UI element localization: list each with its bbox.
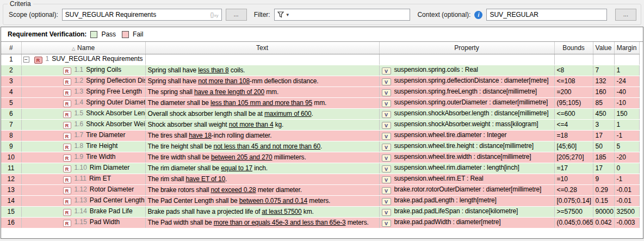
property-path: suspension.spring.freeLength : distance[… (394, 88, 537, 95)
requirement-row[interactable]: 8R1.7Tire DiameterThe tires shall have 1… (1, 130, 639, 141)
margin-cell: 5 (614, 141, 639, 152)
bounds-cell: <=4 (554, 119, 593, 130)
row-number: 14 (1, 195, 21, 206)
requirement-row[interactable]: 4R1.3Spring Free LengthThe spring shall … (1, 86, 639, 97)
requirement-row[interactable]: 12R1.11Rim ETThe rim shall have ET of 10… (1, 174, 639, 184)
requirement-row[interactable]: 2R1.1Spring CoilsSpring shall have less … (1, 65, 639, 76)
bounds-cell: >=57500 (554, 206, 593, 217)
column-header-value[interactable]: Value (593, 42, 614, 54)
requirement-number: 1.6 (75, 120, 84, 128)
requirement-name: Rotor Diameter (90, 186, 134, 193)
requirement-name-cell: R1.3Spring Free Length (21, 86, 145, 97)
column-header-name[interactable]: △Name (21, 42, 145, 54)
requirement-text: coils. (229, 66, 245, 74)
context-browse-button[interactable]: ... (615, 9, 636, 21)
requirement-text-bounded: less than 105 mm and more than 95 (210, 99, 312, 107)
requirements-table: # △Name Text Property Bounds Value Margi… (1, 42, 640, 228)
requirement-text-cell: The diameter shall be less than 105 mm a… (145, 97, 379, 108)
property-cell (379, 54, 554, 65)
info-icon: i (474, 11, 482, 19)
requirement-text: The diameter shall be (148, 99, 210, 107)
column-header-property[interactable]: Property (379, 42, 554, 54)
row-number: 16 (1, 217, 21, 228)
scope-label: Scope (optional): (9, 11, 58, 18)
value-cell: 185 (593, 152, 614, 163)
requirement-number: 1 (46, 55, 49, 63)
scope-input[interactable]: SUV_REGULAR Requirements {}xy (62, 9, 222, 21)
column-header-num[interactable]: # (1, 42, 21, 54)
requirement-row[interactable]: 1−R1SUV_REGULAR Requirements (1, 54, 639, 65)
margin-cell: -0.01 (614, 184, 639, 195)
criteria-group-title: Criteria (8, 0, 33, 8)
requirement-text-cell (145, 54, 379, 65)
verification-legend: Requirement Verification: Pass Fail (1, 27, 643, 42)
requirement-text-cell: Shock absorber shall weight not more tha… (145, 119, 379, 130)
filter-funnel-icon[interactable] (277, 11, 284, 18)
sort-ascending-icon: △ (72, 46, 75, 51)
requirement-text: The spring shall (148, 88, 195, 96)
collapse-icon[interactable]: − (23, 57, 29, 63)
bounds-cell: =10 (554, 174, 593, 184)
requirement-row[interactable]: 7R1.6Shock Absorber WeightShock absorber… (1, 119, 639, 130)
row-number: 3 (1, 76, 21, 86)
value-cell (593, 54, 614, 65)
requirement-row[interactable]: 13R1.12Rotor DiameterThe brake rotors sh… (1, 184, 639, 195)
property-cell: Vsuspension.wheel.tire.width : distance[… (379, 152, 554, 163)
requirement-name: Tire Diameter (86, 131, 125, 139)
requirement-row[interactable]: 6R1.5Shock Absorber LengthOverall shock … (1, 108, 639, 119)
value-cell: 90000 (593, 206, 614, 217)
row-number: 2 (1, 65, 21, 76)
requirement-text-cell: The tire width shall be between 205 and … (145, 152, 379, 163)
requirement-number: 1.12 (75, 186, 87, 193)
requirement-name-cell: R1.14Brake Pad Life (21, 206, 145, 217)
property-cell: Vsuspension.spring.deflectionDistance : … (379, 76, 554, 86)
scope-browse-button[interactable]: ... (226, 9, 247, 21)
requirement-text-bounded: between 0.075 and 0.14 (239, 197, 307, 205)
requirement-row[interactable]: 3R1.2Spring Deflection DistanceSpring sh… (1, 76, 639, 86)
column-header-margin[interactable]: Margin (614, 42, 639, 54)
requirement-row[interactable]: 10R1.9Tire WidthThe tire width shall be … (1, 152, 639, 163)
row-number: 5 (1, 97, 21, 108)
value-cell: 7 (593, 65, 614, 76)
requirement-row[interactable]: 16R1.15Pad WidthThe Pad width shall be m… (1, 217, 639, 228)
requirement-row[interactable]: 11R1.10Rim DiameterThe rim diameter shal… (1, 163, 639, 174)
column-header-bounds[interactable]: Bounds (554, 42, 593, 54)
requirement-icon: R (63, 122, 71, 129)
requirement-text: millimeters. (273, 153, 306, 161)
requirement-row[interactable]: 15R1.14Brake Pad LifeBrake pads shall ha… (1, 206, 639, 217)
value-property-icon: V (382, 155, 391, 162)
property-path: brake.pad.padLength : length[metre] (394, 196, 497, 204)
value-property-icon: V (382, 144, 391, 151)
column-header-text[interactable]: Text (145, 42, 379, 54)
requirement-name: Spring Coils (86, 66, 121, 73)
requirement-number: 1.10 (75, 164, 87, 171)
margin-cell (614, 54, 639, 65)
requirement-row[interactable]: 14R1.13Pad Center LengthThe Pad Center L… (1, 195, 639, 206)
requirement-text: . (312, 110, 313, 118)
requirement-name: Tire Width (86, 153, 115, 160)
requirement-text-bounded: have ET of 10 (185, 175, 225, 183)
requirement-text-bounded: less than 8 (198, 66, 228, 74)
requirement-icon: R (63, 155, 71, 162)
value-cell: 9 (593, 174, 614, 184)
requirement-icon: R (63, 198, 71, 205)
requirement-name: Brake Pad Life (90, 207, 133, 215)
margin-cell: 32500 (614, 206, 639, 217)
requirement-row[interactable]: 9R1.8Tire HeightThe tire height shall be… (1, 141, 639, 152)
requirement-name: Rim ET (89, 175, 111, 182)
expression-xy-icon: {}xy (210, 11, 218, 18)
filter-input[interactable]: ▼ (274, 9, 411, 21)
property-cell: Vsuspension.wheel.rim.ET : Real (379, 174, 554, 184)
margin-cell: -20 (614, 152, 639, 163)
requirement-text: . (320, 143, 322, 150)
requirement-icon: R (63, 133, 71, 140)
row-number: 1 (1, 54, 21, 65)
requirement-row[interactable]: 5R1.4Spring Outer DiameterThe diameter s… (1, 97, 639, 108)
requirement-name: Shock Absorber Length (86, 109, 145, 117)
bounds-cell: <=0.28 (554, 184, 593, 195)
value-cell: 17 (593, 163, 614, 174)
filter-dropdown-caret-icon[interactable]: ▼ (286, 13, 290, 17)
context-input[interactable]: SUV_REGULAR (486, 9, 606, 21)
row-number: 10 (1, 152, 21, 163)
value-property-icon: V (382, 220, 391, 227)
